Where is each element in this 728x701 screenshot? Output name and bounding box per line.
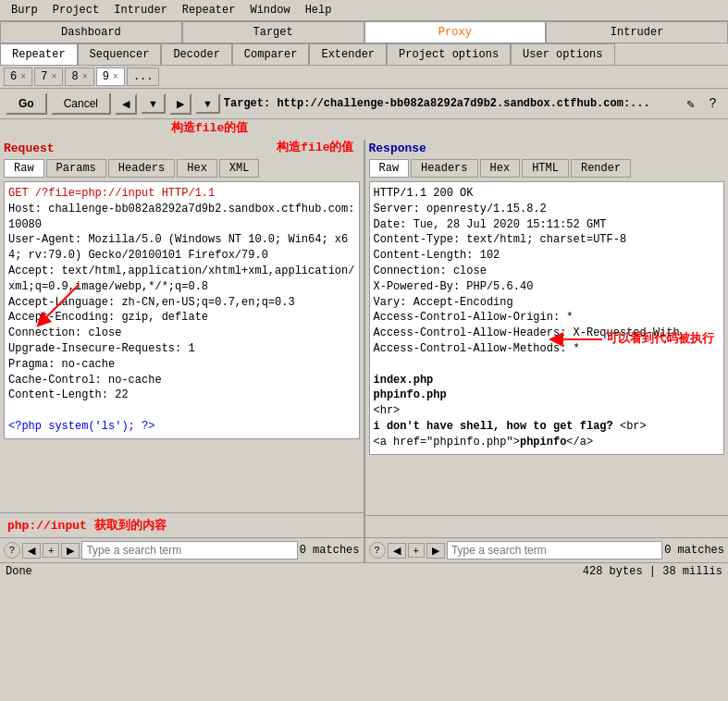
tab-user-options[interactable]: User options (511, 43, 614, 65)
tab-more[interactable]: ... (127, 68, 160, 86)
search-bar-right: ? ◀ + ▶ 0 matches (365, 537, 729, 562)
tab-repeater[interactable]: Repeater (0, 43, 78, 65)
search-prev-left[interactable]: ◀ (22, 543, 41, 559)
response-tab-render[interactable]: Render (571, 159, 631, 178)
request-tab-raw[interactable]: Raw (4, 159, 44, 178)
close-tab-7[interactable]: × (51, 72, 56, 82)
main-tab-row: Dashboard Target Proxy Intruder (0, 21, 728, 43)
close-tab-9[interactable]: × (113, 72, 118, 82)
annotation-phpinput: php://input 获取到的内容 (0, 512, 364, 537)
nav-down-button[interactable]: ▼ (141, 93, 166, 114)
response-tab-html[interactable]: HTML (522, 159, 569, 178)
search-add-right[interactable]: + (408, 543, 425, 558)
tab-project-options[interactable]: Project options (387, 43, 511, 65)
menubar: Burp Project Intruder Repeater Window He… (0, 0, 728, 21)
request-tabs: 6 × 7 × 8 × 9 × ... (0, 66, 728, 89)
tab-target[interactable]: Target (182, 21, 364, 43)
menu-repeater[interactable]: Repeater (175, 2, 243, 18)
menu-project[interactable]: Project (45, 2, 106, 18)
search-add-left[interactable]: + (43, 543, 59, 558)
toolbar: Go Cancel ◀ ▼ ▶ ▼ Target: http://challen… (0, 89, 728, 119)
search-prev-right[interactable]: ◀ (388, 543, 406, 559)
search-row: ? ◀ + ▶ 0 matches ? ◀ + ▶ 0 matches (0, 537, 728, 562)
tab-num-6[interactable]: 6 × (4, 68, 32, 86)
tab-comparer[interactable]: Comparer (232, 43, 310, 65)
response-text: HTTP/1.1 200 OK Server: openresty/1.15.8… (374, 186, 721, 450)
nav-forward-button[interactable]: ▶ (169, 93, 191, 115)
help-icon[interactable]: ? (704, 94, 722, 113)
target-url: Target: http://challenge-bb082a8292a7d9b… (224, 97, 677, 110)
response-title: Response (369, 141, 426, 155)
tab-num-8[interactable]: 8 × (65, 68, 93, 86)
search-bar-left: ? ◀ + ▶ 0 matches (0, 537, 365, 562)
search-next-left[interactable]: ▶ (61, 543, 80, 559)
search-next-right[interactable]: ▶ (426, 543, 445, 559)
response-tab-raw[interactable]: Raw (369, 159, 410, 178)
close-tab-6[interactable]: × (20, 72, 26, 82)
response-content-area[interactable]: HTTP/1.1 200 OK Server: openresty/1.15.8… (369, 181, 725, 455)
close-tab-8[interactable]: × (82, 72, 88, 82)
response-panel: Response Raw Headers Hex HTML Render HTT… (365, 140, 729, 537)
response-content-wrapper: HTTP/1.1 200 OK Server: openresty/1.15.8… (365, 179, 729, 515)
go-button[interactable]: Go (6, 92, 47, 115)
nav-fwd-down-button[interactable]: ▼ (195, 93, 220, 114)
request-tab-headers[interactable]: Headers (108, 159, 175, 178)
search-input-right[interactable] (447, 541, 662, 560)
edit-icon[interactable]: ✎ (681, 94, 699, 114)
tab-decoder[interactable]: Decoder (161, 43, 231, 65)
status-bar: Done 428 bytes | 38 millis (0, 562, 728, 580)
search-input-left[interactable] (81, 541, 297, 560)
status-right: 428 bytes | 38 millis (583, 565, 722, 578)
tab-sequencer[interactable]: Sequencer (78, 43, 162, 65)
menu-burp[interactable]: Burp (4, 2, 45, 18)
menu-help[interactable]: Help (298, 2, 339, 18)
request-content-area[interactable]: GET /?file=php://input HTTP/1.1 Host: ch… (4, 181, 360, 439)
status-left: Done (6, 565, 32, 578)
annotation-construct-file: 构造file的值 (171, 119, 248, 136)
request-text: GET /?file=php://input HTTP/1.1 Host: ch… (8, 186, 355, 435)
search-help-right[interactable]: ? (369, 542, 386, 559)
tab-dashboard[interactable]: Dashboard (0, 21, 182, 43)
request-tab-xml[interactable]: XML (219, 159, 260, 178)
request-panel: Request 构造file的值 Raw Params Headers Hex … (0, 140, 365, 537)
matches-right: 0 matches (664, 544, 724, 557)
tab-num-7[interactable]: 7 × (34, 68, 63, 86)
request-title: Request (4, 141, 55, 155)
matches-left: 0 matches (300, 544, 360, 557)
response-inner-tabs: Raw Headers Hex HTML Render (365, 157, 729, 179)
tab-num-9[interactable]: 9 × (96, 68, 125, 86)
tab-proxy[interactable]: Proxy (364, 21, 547, 43)
response-tab-hex[interactable]: Hex (480, 159, 521, 178)
secondary-tab-row: Repeater Sequencer Decoder Comparer Exte… (0, 43, 728, 66)
menu-intruder[interactable]: Intruder (106, 2, 175, 18)
tab-intruder[interactable]: Intruder (546, 21, 728, 43)
request-inner-tabs: Raw Params Headers Hex XML (0, 157, 364, 179)
request-tab-hex[interactable]: Hex (177, 159, 217, 178)
menu-window[interactable]: Window (242, 2, 297, 18)
tab-extender[interactable]: Extender (309, 43, 387, 65)
search-help-left[interactable]: ? (4, 542, 20, 559)
response-tab-headers[interactable]: Headers (411, 159, 477, 178)
cancel-button[interactable]: Cancel (51, 92, 111, 115)
request-tab-params[interactable]: Params (46, 159, 106, 178)
request-content-wrapper: GET /?file=php://input HTTP/1.1 Host: ch… (0, 179, 364, 512)
nav-back-button[interactable]: ◀ (115, 93, 137, 115)
